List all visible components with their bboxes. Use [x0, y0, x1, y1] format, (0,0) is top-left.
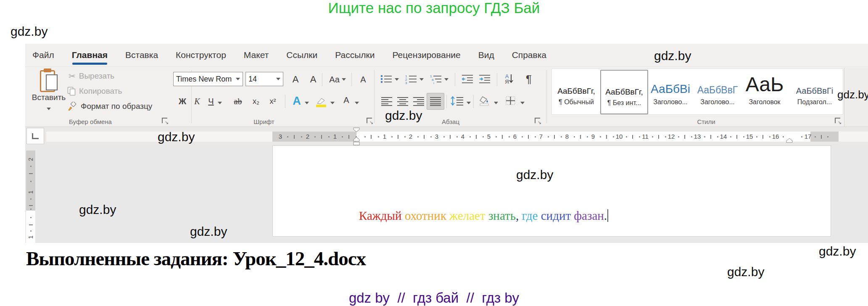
style-card-1[interactable]: АаБбВвГг,¶ Обычный — [553, 70, 599, 113]
tab-Вставка[interactable]: Вставка — [125, 44, 158, 67]
styles-dialog-launcher-icon[interactable] — [835, 118, 840, 123]
clear-formatting-button[interactable]: А — [354, 72, 372, 87]
superscript-button[interactable]: х² — [266, 94, 280, 109]
numbering-button[interactable]: 123 — [404, 72, 419, 86]
tab-Ссылки[interactable]: Ссылки — [286, 44, 317, 67]
bold-button[interactable]: Ж — [176, 94, 189, 109]
bullets-dropdown[interactable] — [394, 75, 400, 84]
paste-button[interactable]: Вставить — [29, 69, 68, 113]
style-sample: АаБбВі — [647, 70, 694, 96]
document-area: 211 Каждый охотник желает знать, где сид… — [25, 145, 868, 243]
text-cursor — [607, 209, 608, 222]
shading-button[interactable] — [477, 93, 493, 109]
sentence-word: фазан — [574, 209, 604, 222]
justify-icon — [430, 97, 441, 106]
format-painter-button[interactable]: Формат по образцу — [67, 100, 152, 113]
ruler-row: 3211234567891011121314151617 — [25, 127, 868, 145]
tab-Конструктор[interactable]: Конструктор — [176, 44, 226, 67]
style-card-6[interactable]: АаБбВвГіПодзагол... — [789, 70, 841, 113]
ruler-number: 16 — [771, 133, 780, 140]
tab-Справка[interactable]: Справка — [512, 44, 546, 67]
multilevel-dropdown[interactable] — [443, 75, 449, 84]
show-formatting-marks-button[interactable]: ¶ — [522, 71, 535, 87]
borders-dropdown[interactable] — [520, 99, 525, 107]
chevron-down-icon — [467, 102, 471, 104]
style-card-2[interactable]: АаБбВвГг,¶ Без инт... — [600, 70, 648, 114]
decrease-indent-button[interactable] — [459, 72, 475, 86]
line-spacing-icon — [451, 96, 464, 106]
ruler-number: 1 — [331, 133, 339, 140]
justify-button[interactable] — [427, 93, 444, 110]
shrink-font-button[interactable]: А — [306, 72, 321, 87]
chevron-down-icon — [305, 102, 309, 104]
clipboard-dialog-launcher-icon[interactable] — [162, 118, 167, 123]
ruler-number: 8 — [563, 133, 571, 140]
align-right-button[interactable] — [412, 94, 426, 109]
style-label: Заголово... — [694, 98, 741, 106]
ruler-number: 2 — [303, 133, 312, 140]
align-center-button[interactable] — [396, 94, 410, 109]
text-effects-dropdown[interactable] — [304, 99, 310, 107]
tab-stop-selector[interactable] — [26, 128, 44, 144]
strikethrough-button[interactable]: ab — [230, 94, 246, 109]
highlight-button[interactable] — [314, 93, 329, 109]
line-spacing-dropdown[interactable] — [466, 99, 472, 107]
hanging-indent-marker[interactable] — [353, 137, 360, 145]
ruler-number: 5 — [485, 133, 493, 140]
highlight-dropdown[interactable] — [330, 99, 335, 107]
font-color-button[interactable]: А — [340, 93, 353, 109]
tab-Главная[interactable]: Главная — [72, 44, 108, 67]
highlighter-icon — [316, 98, 326, 105]
subscript-button[interactable]: х₂ — [249, 94, 263, 109]
chevron-down-icon — [47, 108, 51, 110]
font-name-combobox[interactable]: Times New Rom — [173, 72, 243, 86]
cut-button[interactable]: ✂ Вырезать — [69, 70, 114, 82]
grow-font-button[interactable]: А — [288, 72, 303, 87]
paragraph-dialog-launcher-icon[interactable] — [535, 118, 540, 123]
watermark: gdz.by — [819, 244, 856, 259]
styles-gallery: АаБбВвГг,¶ ОбычныйАаБбВвГг,¶ Без инт...А… — [551, 69, 843, 115]
tab-Макет[interactable]: Макет — [244, 44, 269, 67]
text-effects-button[interactable]: А — [289, 93, 304, 109]
copy-button[interactable]: Копировать — [67, 85, 122, 98]
tab-Рецензирование[interactable]: Рецензирование — [393, 44, 461, 67]
sentence-word: . — [604, 209, 607, 222]
borders-icon — [505, 96, 516, 106]
underline-button[interactable]: Ч — [205, 94, 217, 109]
ruler-number: 14 — [719, 133, 728, 140]
paste-label: Вставить — [29, 93, 68, 102]
numbering-dropdown[interactable] — [419, 75, 425, 84]
sentence-word: , — [516, 209, 522, 222]
multilevel-list-button[interactable]: 1аі — [428, 72, 443, 86]
style-card-3[interactable]: АаБбВіЗаголово... — [647, 70, 694, 113]
chevron-down-icon — [444, 78, 449, 81]
watermark: gdz.by — [190, 224, 227, 239]
style-card-5[interactable]: АаЬЗаголовок — [741, 70, 788, 113]
chevron-down-icon — [419, 78, 424, 81]
sort-button[interactable]: А Я — [501, 71, 517, 87]
font-dialog-launcher-icon[interactable] — [367, 118, 372, 123]
right-indent-marker[interactable] — [786, 138, 793, 143]
outdent-icon — [461, 74, 474, 84]
underline-dropdown[interactable] — [217, 99, 223, 107]
align-left-button[interactable] — [380, 94, 394, 109]
align-left-icon — [381, 97, 392, 106]
bullets-button[interactable] — [379, 72, 394, 86]
sentence-word: где — [522, 209, 541, 222]
style-sample: АаБбВвГг, — [553, 70, 599, 96]
line-spacing-button[interactable] — [449, 93, 466, 109]
tab-Рассылки[interactable]: Рассылки — [335, 44, 375, 67]
font-color-dropdown[interactable] — [354, 99, 360, 107]
italic-button[interactable]: К — [192, 94, 203, 109]
watermark: gdz.by — [654, 49, 691, 63]
tab-Вид[interactable]: Вид — [478, 44, 494, 67]
first-line-indent-marker[interactable] — [353, 127, 360, 132]
font-size-combobox[interactable]: 14 — [245, 72, 283, 86]
change-case-button[interactable]: Аа — [325, 72, 350, 87]
tab-Файл[interactable]: Файл — [32, 44, 54, 67]
style-card-4[interactable]: АаБбВвГЗаголово... — [694, 70, 741, 113]
increase-indent-button[interactable] — [477, 72, 493, 86]
borders-button[interactable] — [502, 93, 519, 109]
document-page[interactable]: Каждый охотник желает знать, где сидит ф… — [272, 145, 831, 237]
shading-dropdown[interactable] — [493, 99, 499, 107]
